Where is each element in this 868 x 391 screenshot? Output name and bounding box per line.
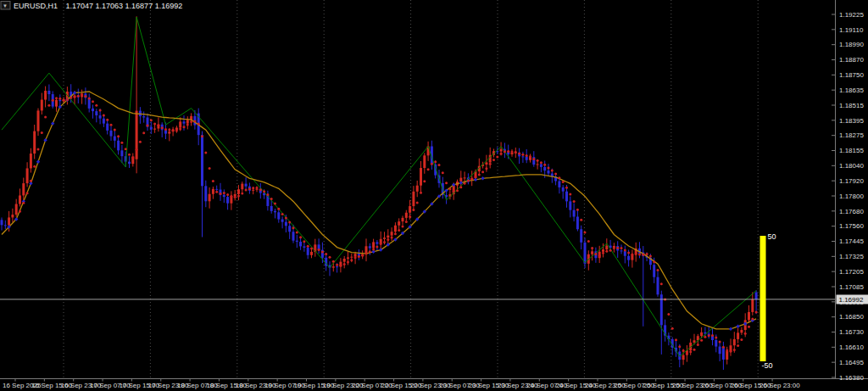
day-separators-layer xyxy=(64,0,758,378)
price-axis-label: 1.19225 xyxy=(839,11,864,19)
price-axis-label: 1.18750 xyxy=(839,71,864,79)
price-axis-label: 1.16850 xyxy=(839,313,864,321)
oscillator-bottom-label: -50 xyxy=(762,361,773,370)
price-axis-label: 1.16730 xyxy=(839,328,864,336)
price-axis-label: 1.18870 xyxy=(839,56,864,64)
price-axis-label: 1.18395 xyxy=(839,117,864,125)
fast-ma-dots-layer xyxy=(19,93,758,354)
price-axis-label: 1.16380 xyxy=(839,374,864,382)
chart-title: EURUSD,H1 1.17047 1.17063 1.16877 1.1699… xyxy=(14,2,182,10)
axes-layer xyxy=(0,0,868,379)
oscillator-bar xyxy=(760,236,766,361)
price-axis-label: 1.17800 xyxy=(839,193,864,200)
trading-terminal-chart-window: 1.192251.191101.189901.188701.187501.186… xyxy=(0,0,868,391)
chart-canvas[interactable]: 1.192251.191101.189901.188701.187501.186… xyxy=(0,0,868,391)
oscillator-top-label: 50 xyxy=(768,232,776,241)
time-axis[interactable]: 16 Sep 202516 Sep 15:0016 Sep 23:0017 Se… xyxy=(3,378,800,389)
price-axis-label: 1.17325 xyxy=(839,253,864,260)
price-axis-label: 1.17085 xyxy=(839,283,864,291)
price-axis-label: 1.17445 xyxy=(839,237,864,245)
price-axis-label: 1.18040 xyxy=(839,162,864,170)
price-axis-label: 1.17205 xyxy=(839,268,864,276)
chart-corner-button[interactable]: ▼ xyxy=(1,2,10,10)
corner-marker-icon: ▼ xyxy=(3,3,8,8)
current-price-tag: 1.16992 xyxy=(837,295,868,304)
price-axis-label: 1.18515 xyxy=(839,102,864,109)
price-axis-label: 1.17920 xyxy=(839,177,864,185)
price-axis-label: 1.16495 xyxy=(839,359,864,366)
price-axis-label: 1.18635 xyxy=(839,87,864,94)
current-price-tag-text: 1.16992 xyxy=(839,296,864,304)
price-axis[interactable]: 1.192251.191101.189901.188701.187501.186… xyxy=(832,11,864,382)
chart-title-symbol: EURUSD,H1 xyxy=(14,2,58,10)
time-axis-label: 26 Sep 23:00 xyxy=(760,382,800,389)
chart-title-ohlc: 1.17047 1.17063 1.16877 1.16992 xyxy=(66,2,183,10)
price-axis-label: 1.16610 xyxy=(839,344,864,351)
price-axis-label: 1.18275 xyxy=(839,131,864,139)
price-axis-label: 1.17560 xyxy=(839,222,864,230)
price-axis-label: 1.19110 xyxy=(839,26,864,34)
price-axis-label: 1.18155 xyxy=(839,147,864,154)
price-axis-label: 1.17680 xyxy=(839,208,864,215)
candles-layer xyxy=(1,16,758,370)
price-axis-label: 1.18990 xyxy=(839,41,864,48)
